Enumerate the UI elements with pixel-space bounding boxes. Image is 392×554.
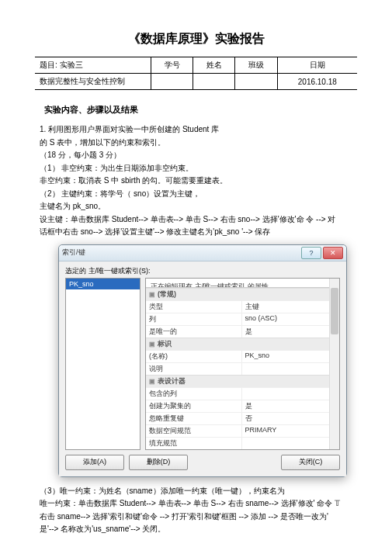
cat-designer[interactable]: 表设计器 (146, 375, 339, 387)
table-row: (名称)PK_sno (146, 350, 339, 362)
property-grid[interactable]: 正在编辑现有 主/唯一键或索引 的属性。 (常规) 类型主键 列sno (ASC… (145, 278, 340, 450)
table-row: 列sno (ASC) (146, 313, 339, 325)
body-text-2: （3）唯一约束：为姓名（sname）添加唯一约束（唯一键），约束名为 唯一约束：… (40, 485, 352, 535)
dialog-titlebar[interactable]: 索引/键 ? ✕ (59, 245, 346, 261)
index-keys-dialog: 索引/键 ? ✕ 选定的 主/唯一键或索引(S): PK_sno 正在编辑现有 … (58, 244, 347, 477)
h-class-val (235, 74, 277, 90)
cat-identity[interactable]: 标识 (146, 338, 339, 350)
add-button[interactable]: 添加(A) (65, 455, 124, 470)
scroll-thumb[interactable] (331, 288, 338, 334)
table-row: 忽略重复键否 (146, 412, 339, 424)
h-date: 日期 (277, 57, 357, 74)
scrollbar[interactable] (329, 279, 339, 449)
h-sid-val (151, 74, 193, 90)
cat-general[interactable]: (常规) (146, 288, 339, 300)
h-subtitle: 数据完整性与安全性控制 (35, 74, 151, 90)
section-header: 实验内容、步骤以及结果 (44, 104, 357, 116)
table-row: 填充规范 (146, 437, 339, 449)
h-topic: 题目: 实验三 (35, 57, 151, 74)
h-name: 姓名 (193, 57, 235, 74)
select-label: 选定的 主/唯一键或索引(S): (65, 266, 340, 276)
h-date-val: 2016.10.18 (277, 74, 357, 90)
table-row: 包含的列 (146, 387, 339, 400)
table-row: 数据空间规范PRIMARY (146, 424, 339, 437)
table-row: 类型主键 (146, 300, 339, 313)
list-item[interactable]: PK_sno (66, 279, 140, 289)
index-list[interactable]: PK_sno (65, 278, 140, 450)
header-table: 题目: 实验三 学号 姓名 班级 日期 数据完整性与安全性控制 2016.10.… (35, 57, 357, 90)
close-icon[interactable]: ✕ (323, 247, 343, 259)
table-row: 创建为聚集的是 (146, 400, 339, 412)
h-sid: 学号 (151, 57, 193, 74)
doc-title: 《数据库原理》实验报告 (35, 31, 357, 47)
h-class: 班级 (235, 57, 277, 74)
dialog-title: 索引/键 (62, 248, 300, 258)
body-text-1: 1. 利用图形用户界面对实验一中所创建的 Student 库 的 S 表中，增加… (40, 123, 352, 238)
close-button[interactable]: 关闭(C) (281, 455, 340, 470)
help-button[interactable]: ? (301, 247, 321, 259)
h-name-val (193, 74, 235, 90)
table-row: 是唯一的是 (146, 325, 339, 338)
table-row: 说明 (146, 362, 339, 375)
delete-button[interactable]: 删除(D) (129, 455, 188, 470)
